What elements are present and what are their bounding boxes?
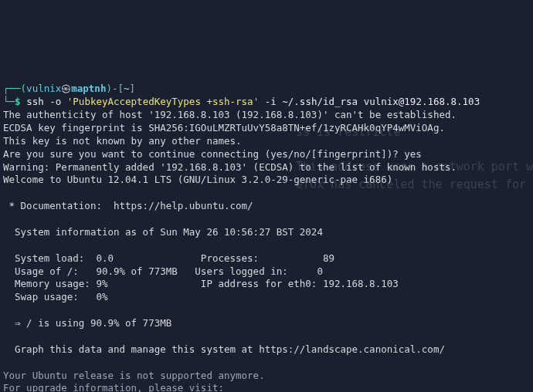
bullet-star: * bbox=[3, 200, 21, 211]
prompt-user: vulnix bbox=[26, 83, 61, 94]
usage-warning: ⇒ / is using 90.9% of 773MB bbox=[3, 317, 530, 330]
out-confirm-answer: yes bbox=[404, 148, 422, 160]
arrow-icon: ⇒ bbox=[3, 317, 26, 329]
prompt-bottom-bracket: └─ bbox=[3, 96, 15, 107]
out-warning: Warning: Permanently added '192.168.8.10… bbox=[3, 161, 530, 174]
terminal-output[interactable]: ┌──(vulnix㉿maptnh)-[~]└─$ ssh -o 'Pubkey… bbox=[3, 83, 530, 392]
prompt-close-1: )-[ bbox=[106, 83, 124, 94]
out-documentation-text: Documentation: https://help.ubuntu.com/ bbox=[21, 200, 253, 211]
ssh-flag-o: -o bbox=[44, 96, 67, 107]
blank-4 bbox=[3, 304, 530, 317]
out-fingerprint: ECDSA key fingerprint is SHA256:IGOuLMZR… bbox=[3, 122, 530, 135]
ssh-flag-i: -i bbox=[259, 96, 282, 107]
ssh-target: vulnix@192.168.8.103 bbox=[358, 96, 480, 107]
sysinfo-row-1: System load: 0.0 Processes: 89 bbox=[3, 252, 530, 265]
out-confirm: Are you sure you want to continue connec… bbox=[3, 148, 530, 161]
unsupported-line-2: For upgrade information, please visit: bbox=[3, 382, 530, 392]
sysinfo-row-4: Swap usage: 0% bbox=[3, 291, 530, 304]
blank-1 bbox=[3, 187, 530, 200]
ssh-command: ssh bbox=[26, 96, 44, 107]
out-authenticity: The authenticity of host '192.168.8.103 … bbox=[3, 109, 530, 122]
out-documentation: * Documentation: https://help.ubuntu.com… bbox=[3, 200, 530, 213]
out-welcome: Welcome to Ubuntu 12.04.1 LTS (GNU/Linux… bbox=[3, 174, 530, 187]
ssh-option-value: 'PubkeyAcceptedKeyTypes +ssh-rsa' bbox=[67, 96, 259, 107]
prompt-host: maptnh bbox=[71, 83, 106, 94]
blank-5 bbox=[3, 330, 530, 343]
prompt-line-2: └─$ ssh -o 'PubkeyAcceptedKeyTypes +ssh-… bbox=[3, 96, 530, 109]
out-notknown: This key is not known by any other names… bbox=[3, 135, 530, 148]
ssh-key-path: ~/.ssh/id_rsa bbox=[282, 96, 358, 107]
blank-2 bbox=[3, 213, 530, 226]
prompt-close-2: ] bbox=[130, 83, 136, 94]
prompt-at-symbol: ㉿ bbox=[61, 83, 71, 94]
prompt-cwd: ~ bbox=[124, 83, 130, 94]
sysinfo-row-3: Memory usage: 9% IP address for eth0: 19… bbox=[3, 278, 530, 291]
prompt-line-1: ┌──(vulnix㉿maptnh)-[~] bbox=[3, 83, 530, 96]
blank-3 bbox=[3, 239, 530, 252]
prompt-top-bracket: ┌──( bbox=[3, 83, 26, 94]
unsupported-line-1: Your Ubuntu release is not supported any… bbox=[3, 370, 530, 383]
landscape-link: Graph this data and manage this system a… bbox=[3, 343, 530, 357]
out-sysinfo-header: System information as of Sun May 26 10:5… bbox=[3, 226, 530, 239]
out-confirm-prompt: Are you sure you want to continue connec… bbox=[3, 148, 404, 160]
sysinfo-row-2: Usage of /: 90.9% of 773MB Users logged … bbox=[3, 265, 530, 279]
usage-warning-text: / is using 90.9% of 773MB bbox=[26, 317, 171, 329]
blank-6 bbox=[3, 357, 530, 370]
prompt-dollar: $ bbox=[15, 96, 21, 107]
